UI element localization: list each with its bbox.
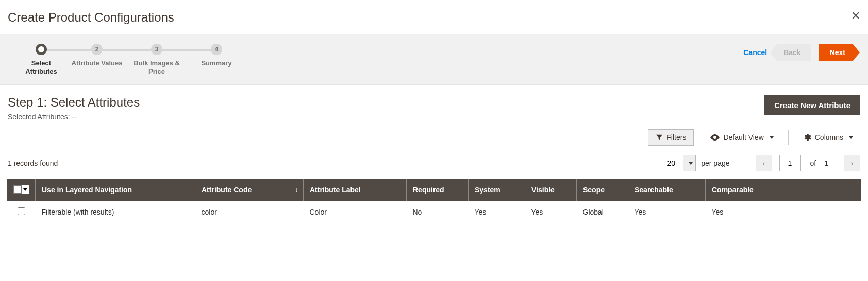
col-layered-nav[interactable]: Use in Layered Navigation [36, 179, 195, 201]
step-label: Select Attributes [15, 59, 67, 75]
step-label: Attribute Values [72, 59, 123, 67]
total-pages: 1 [824, 159, 828, 167]
of-label: of [810, 159, 816, 167]
modal-title: Create Product Configurations [8, 10, 174, 25]
step-heading: Step 1: Select Attributes [8, 95, 140, 110]
col-checkbox[interactable] [7, 179, 36, 201]
step-1[interactable]: 1 Select Attributes [15, 44, 67, 75]
cell-required: No [407, 201, 469, 223]
cell-scope: Global [577, 201, 628, 223]
eye-icon [710, 134, 720, 140]
table-row[interactable]: Filterable (with results) color Color No… [7, 201, 861, 223]
cell-visible: Yes [525, 201, 577, 223]
selected-attributes-label: Selected Attributes: [8, 113, 70, 121]
selected-attributes-value: -- [72, 113, 77, 121]
default-view-label: Default View [723, 133, 763, 142]
funnel-icon [656, 134, 663, 141]
per-page-dropdown[interactable] [683, 155, 696, 171]
per-page-input[interactable] [659, 155, 683, 171]
next-page-button[interactable]: › [844, 155, 860, 171]
chevron-right-icon: › [851, 160, 854, 167]
step-2[interactable]: 2 Attribute Values [67, 44, 127, 67]
filters-label: Filters [666, 133, 686, 142]
per-page-label: per page [701, 159, 729, 167]
chevron-down-icon [849, 136, 853, 139]
selected-attributes: Selected Attributes: -- [8, 113, 140, 121]
cell-layered-nav: Filterable (with results) [36, 201, 195, 223]
records-found: 1 records found [8, 159, 58, 167]
back-button[interactable]: Back [777, 44, 811, 61]
step-4[interactable]: 4 Summary [187, 44, 246, 67]
next-button[interactable]: Next [819, 44, 853, 61]
step-circle: 2 [91, 44, 103, 55]
page-input[interactable] [779, 155, 801, 171]
cell-system: Yes [469, 201, 525, 223]
row-checkbox[interactable] [18, 207, 25, 215]
wizard-steps: 1 Select Attributes 2 Attribute Values 3… [15, 44, 246, 75]
prev-page-button[interactable]: ‹ [756, 155, 772, 171]
select-all-checkbox[interactable] [13, 185, 29, 194]
select-all-dropdown[interactable] [22, 185, 29, 194]
col-searchable[interactable]: Searchable [628, 179, 706, 201]
default-view-button[interactable]: Default View [703, 130, 780, 145]
col-attr-label[interactable]: Attribute Label [304, 179, 407, 201]
chevron-left-icon: ‹ [762, 160, 765, 167]
col-comparable[interactable]: Comparable [706, 179, 861, 201]
col-attr-code-label: Attribute Code [202, 186, 252, 194]
create-new-attribute-button[interactable]: Create New Attribute [764, 95, 860, 115]
chevron-down-icon [23, 188, 27, 191]
step-circle: 3 [151, 44, 162, 55]
filters-button[interactable]: Filters [648, 129, 694, 146]
col-scope[interactable]: Scope [577, 179, 628, 201]
columns-button[interactable]: Columns [796, 130, 860, 145]
attributes-grid: Use in Layered Navigation Attribute Code… [7, 179, 861, 223]
close-icon[interactable]: ✕ [851, 10, 860, 22]
col-attr-code[interactable]: Attribute Code ↓ [195, 179, 304, 201]
step-label: Summary [201, 59, 231, 67]
sort-arrow-icon: ↓ [295, 186, 298, 194]
col-required[interactable]: Required [407, 179, 469, 201]
step-label: Bulk Images & Price [127, 59, 187, 75]
chevron-down-icon [689, 162, 693, 165]
cell-searchable: Yes [628, 201, 706, 223]
col-visible[interactable]: Visible [525, 179, 577, 201]
cancel-link[interactable]: Cancel [743, 48, 767, 57]
step-circle: 4 [211, 44, 222, 55]
cell-comparable: Yes [706, 201, 861, 223]
gear-icon [803, 133, 811, 142]
col-system[interactable]: System [469, 179, 525, 201]
columns-label: Columns [815, 133, 843, 142]
checkbox-icon [13, 185, 22, 194]
cell-attr-label: Color [304, 201, 407, 223]
cell-attr-code: color [195, 201, 304, 223]
chevron-down-icon [770, 136, 774, 139]
step-circle: 1 [36, 44, 47, 55]
